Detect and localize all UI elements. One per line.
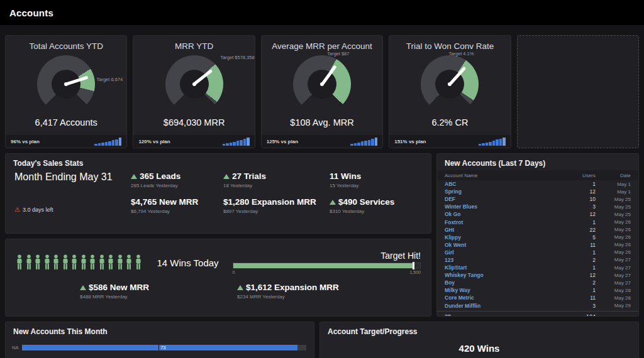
sparkline-bar [243,139,247,145]
account-link[interactable]: Foxtrot [445,219,564,225]
progress-marker-value: 73 [158,345,165,350]
stat-value: 27 Trials [232,171,266,181]
wins-people-row [16,254,142,271]
footer-count: 20 [445,313,564,317]
stat-subtext: $6,794 Yesterday [131,209,223,214]
column-date: Date [596,173,631,178]
stat-subtext: $310 Yesterday [330,209,422,214]
arrow-up-icon [80,285,86,290]
table-row[interactable]: Foxtrot 1 May 26 [437,218,638,225]
table-row[interactable]: KlipStart 1 May 27 [437,264,638,271]
account-link[interactable]: Ok Went [445,242,564,248]
table-row[interactable]: Klippy 5 May 26 [437,234,638,241]
axis-label: NA [12,345,18,350]
date-cell: May 28 [596,288,631,293]
gauge-plan-strip: 125% vs plan [262,135,382,148]
target-progress-bar [233,263,421,269]
month-ending-label: Month Ending May 31 [14,171,131,183]
sparkline-bar [98,143,101,145]
title-bar: Accounts [0,0,644,25]
sparkline-bar [375,138,378,146]
table-row[interactable]: GHI 22 May 26 [437,226,638,234]
table-row[interactable]: Spring 12 May 1 [437,188,638,195]
table-row[interactable]: DEF 10 May 25 [437,195,638,203]
stat-item: $1,612 Expansion MRR $234 MRR Yesterday [237,283,339,300]
gauge-value: $694,030 MRR [133,117,254,127]
wins-target-value: 420 Wins [320,343,638,354]
account-link[interactable]: Winter Blues [445,203,564,210]
gauge-target-label: Target $578,358 [220,55,254,60]
table-row[interactable]: Girl 1 May 26 [437,249,638,256]
account-link[interactable]: Core Metric [445,295,564,301]
page-title: Accounts [9,8,53,18]
gauge-plan-strip: 120% vs plan [133,135,254,148]
account-link[interactable]: GHI [445,227,564,233]
stat-item: $586 New MRR $488 MRR Yesterday [80,283,149,300]
table-row[interactable]: Boy 2 May 27 [437,279,638,286]
column-users: Users [564,173,596,178]
account-link[interactable]: Boy [445,279,564,286]
date-cell: May 27 [596,273,631,278]
wins-top-row: 14 Wins Today Target Hit! 0 1,500 [6,239,431,274]
date-cell: May 26 [596,227,631,232]
stat-item: $1,280 Expansion MRR $897 Yesterday [223,197,330,214]
gauge-sparkline [479,138,506,146]
person-icon [70,254,78,271]
date-cell: May 1 [596,182,631,187]
table-row[interactable]: Ok Went 11 May 26 [437,241,638,249]
date-cell: May 29 [596,303,631,308]
gauge-title: MRR YTD [133,41,254,51]
users-cell: 3 [564,203,596,210]
table-row[interactable]: Winter Blues 3 May 25 [437,203,638,210]
stat-item: $490 Services $310 Yesterday [330,197,422,214]
sparkline-bar [247,138,250,146]
gauge-value: 6,417 Accounts [6,117,126,127]
sparkline-bar [223,144,226,145]
account-link[interactable]: Klippy [445,234,564,241]
gauge-plan-strip: 96% vs plan [6,135,126,148]
account-link[interactable]: Girl [445,249,564,256]
users-cell: 1 [564,181,596,187]
sparkline-bar [499,139,502,146]
days-left: ⚠ 3.0 days left [14,207,131,213]
stat-value: $490 Services [338,197,394,207]
account-link[interactable]: KlipStart [445,264,564,271]
target-progress-block: Target Hit! 0 1,500 [233,251,421,274]
table-row[interactable]: Core Metric 11 May 28 [437,294,638,301]
target-panel-title: Account Target/Progress [320,322,638,339]
users-cell: 22 [564,227,596,233]
table-row[interactable]: Whiskey Tango 12 May 27 [437,271,638,279]
sparkline-bar [364,141,367,146]
sparkline-bar [354,143,357,146]
account-link[interactable]: 123 [445,257,564,263]
gauge-sparkline [350,138,377,146]
users-cell: 11 [564,295,596,301]
sales-grid: Month Ending May 31 ⚠ 3.0 days left 365 … [6,170,431,214]
account-link[interactable]: Whiskey Tango [445,272,564,278]
stat-subtext: $488 MRR Yesterday [80,294,149,300]
users-cell: 2 [564,279,596,286]
footer-users-total: 124 [564,313,596,317]
table-row[interactable]: Milky Way 1 May 28 [437,286,638,294]
wins-progress-fill [233,263,414,268]
gauge-title: Total Accounts YTD [6,41,126,51]
gauge-plan-label: 125% vs plan [267,139,298,144]
table-row[interactable]: 123 2 May 27 [437,256,638,264]
gauge: Target $578,358 [165,55,223,113]
date-cell: May 26 [596,234,631,240]
table-row[interactable]: ABC 1 May 1 [437,180,638,188]
sparkline-bar [226,143,229,145]
table-row[interactable]: Ok Go 12 May 25 [437,210,638,218]
account-link[interactable]: Milky Way [445,287,564,293]
stat-item: $4,765 New MRR $6,794 Yesterday [131,197,223,214]
gauge: Target 4.1% [421,55,479,113]
month-bar-row: NA 73 [6,339,314,350]
account-link[interactable]: Spring [445,188,564,195]
users-cell: 1 [564,249,596,256]
table-row[interactable]: Dunder Mifflin 3 May 29 [437,302,638,310]
account-link[interactable]: ABC [445,181,564,187]
account-link[interactable]: Dunder Mifflin [445,303,564,309]
account-link[interactable]: Ok Go [445,211,564,217]
account-link[interactable]: DEF [445,196,564,202]
stat-subtext: 18 Yesterday [223,183,330,188]
